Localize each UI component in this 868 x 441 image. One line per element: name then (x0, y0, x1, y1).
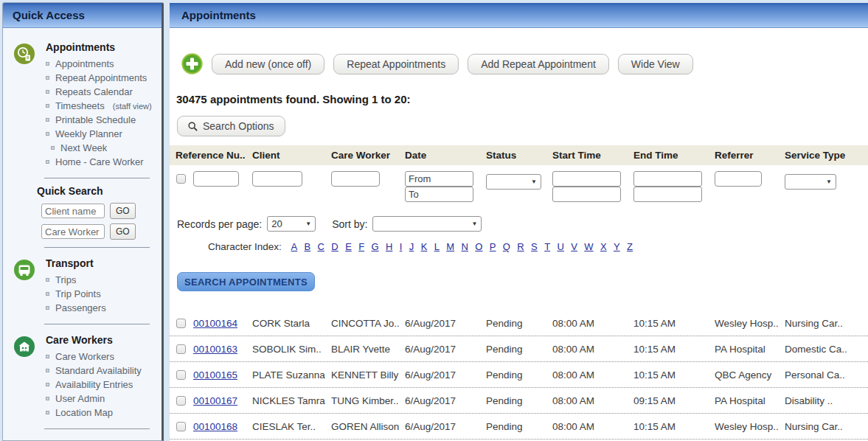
records-sort-row: Records per page: 20 ▼ Sort by: ▼ (177, 216, 868, 232)
status-filter-select[interactable]: ▼ (486, 174, 541, 190)
appointments-panel: Appointments Add new (once off) Repeat A… (170, 3, 868, 441)
sidebar-item-timesheets[interactable]: Timesheets (staff view) (46, 99, 157, 113)
reference-link[interactable]: 00100163 (193, 344, 237, 355)
char-index-letter[interactable]: Y (614, 241, 620, 252)
reference-link[interactable]: 00100168 (193, 421, 237, 432)
char-index-letter[interactable]: J (409, 241, 414, 252)
sidebar-item-trips[interactable]: Trips (46, 273, 157, 287)
select-all-checkbox[interactable] (176, 174, 186, 184)
sidebar-item-home-care-worker[interactable]: Home - Care Worker (46, 155, 157, 169)
start-time-from-input[interactable] (552, 171, 621, 187)
care-worker-go-button[interactable]: GO (110, 223, 136, 240)
sidebar-item-care-workers[interactable]: Care Workers (46, 350, 157, 364)
char-index-letter[interactable]: B (305, 241, 311, 252)
char-index-letter[interactable]: K (421, 241, 428, 252)
repeat-appointments-button[interactable]: Repeat Appointments (333, 54, 459, 74)
row-checkbox[interactable] (176, 319, 186, 328)
sidebar-section-appointments: Appointments Appointments Repeat Appoint… (3, 38, 162, 170)
quick-search-block: Quick Search GO GO (3, 185, 162, 240)
char-index-letter[interactable]: C (318, 241, 324, 252)
search-options-button[interactable]: Search Options (177, 116, 285, 136)
records-per-page-select[interactable]: 20 ▼ (267, 216, 316, 232)
char-index-letter[interactable]: V (571, 241, 577, 252)
col-header-client: Client (252, 150, 331, 161)
char-index-letter[interactable]: X (600, 241, 607, 252)
date-cell: 6/Aug/2017 (405, 421, 486, 432)
search-appointments-button[interactable]: SEARCH APPOINTMENTS (177, 272, 315, 291)
main-header: Appointments (170, 3, 868, 28)
sidebar-item-availability-entries[interactable]: Availability Entries (46, 378, 157, 392)
sidebar-item-weekly-planner[interactable]: Weekly Planner (46, 127, 157, 141)
row-checkbox[interactable] (176, 422, 186, 431)
sidebar-item-trip-points[interactable]: Trip Points (46, 287, 157, 301)
reference-link[interactable]: 00100165 (193, 369, 237, 381)
char-index-letter[interactable]: O (475, 241, 482, 252)
sidebar-item-appointments[interactable]: Appointments (46, 57, 157, 71)
date-to-input[interactable] (405, 187, 473, 202)
client-go-button[interactable]: GO (110, 203, 136, 219)
sidebar-item-printable-schedule[interactable]: Printable Schedule (46, 113, 157, 127)
char-index-letter[interactable]: W (584, 241, 593, 252)
char-index-letter[interactable]: H (386, 241, 392, 252)
char-index-letter[interactable]: I (400, 241, 403, 252)
start-time-cell: 08:00 AM (552, 344, 633, 355)
char-index-letter[interactable]: D (331, 241, 338, 252)
char-index-letter[interactable]: Z (627, 241, 633, 252)
col-header-status: Status (486, 150, 552, 161)
char-index-letter[interactable]: Q (503, 241, 510, 252)
char-index-letter[interactable]: F (358, 241, 364, 252)
reference-link[interactable]: 00100164 (193, 318, 237, 329)
sidebar-header-title: Quick Access (13, 9, 85, 21)
transport-bus-icon (13, 259, 35, 281)
sidebar-divider (44, 428, 150, 429)
date-from-input[interactable] (405, 171, 473, 187)
sidebar-item-next-week[interactable]: Next Week (46, 141, 157, 155)
char-index-letter[interactable]: A (291, 241, 298, 252)
table-header-row: Reference Nu.. Client Care Worker Date S… (170, 145, 868, 165)
char-index-letter[interactable]: P (490, 241, 496, 252)
sidebar-item-user-admin[interactable]: User Admin (46, 392, 157, 406)
bullet-icon (46, 104, 49, 108)
care-worker-search-input[interactable] (41, 224, 105, 239)
char-index-letter[interactable]: G (372, 241, 379, 252)
toolbar: Add new (once off) Repeat Appointments A… (181, 53, 868, 74)
sidebar-item-repeats-calendar[interactable]: Repeats Calendar (46, 85, 157, 99)
row-checkbox[interactable] (176, 370, 186, 380)
add-new-once-off-button[interactable]: Add new (once off) (212, 54, 324, 74)
char-index-letter[interactable]: U (557, 241, 563, 252)
referrer-filter-input[interactable] (715, 171, 762, 187)
char-index-letter[interactable]: E (345, 241, 352, 252)
reference-link[interactable]: 00100167 (193, 395, 237, 406)
row-checkbox[interactable] (176, 396, 186, 406)
service-type-cell: Nursing Car.. (785, 421, 868, 432)
char-index-letter[interactable]: R (517, 241, 524, 252)
wide-view-button[interactable]: Wide View (618, 54, 693, 74)
char-index-letter[interactable]: M (446, 241, 454, 252)
char-index-letter[interactable]: S (531, 241, 538, 252)
end-time-from-input[interactable] (633, 171, 702, 187)
sidebar-item-repeat-appointments[interactable]: Repeat Appointments (46, 71, 157, 85)
status-cell: Pending (486, 318, 552, 329)
filter-row: ▼ ▼ (170, 165, 868, 205)
char-index-letter[interactable]: T (544, 241, 550, 252)
service-type-filter-select[interactable]: ▼ (785, 174, 836, 190)
sidebar-item-location-map[interactable]: Location Map (46, 406, 157, 420)
char-index-letter[interactable]: N (462, 241, 468, 252)
sidebar-item-passengers[interactable]: Passengers (46, 301, 157, 315)
add-plus-icon[interactable] (181, 53, 203, 74)
sort-by-select[interactable]: ▼ (372, 216, 482, 232)
start-time-to-input[interactable] (552, 187, 621, 202)
date-cell: 6/Aug/2017 (405, 395, 486, 406)
end-time-to-input[interactable] (633, 187, 702, 202)
client-cell: SOBOLIK Sim.. (252, 344, 331, 355)
reference-filter-input[interactable] (193, 171, 239, 187)
client-filter-input[interactable] (252, 171, 302, 187)
referrer-cell: PA Hospital (715, 395, 785, 406)
end-time-cell: 10:15 AM (633, 369, 715, 381)
add-repeat-appointment-button[interactable]: Add Repeat Appointment (468, 54, 609, 74)
care-worker-filter-input[interactable] (331, 171, 380, 187)
sidebar-item-standard-availability[interactable]: Standard Availability (46, 364, 157, 378)
row-checkbox[interactable] (176, 344, 186, 354)
char-index-letter[interactable]: L (434, 241, 440, 252)
client-name-search-input[interactable] (41, 204, 105, 218)
